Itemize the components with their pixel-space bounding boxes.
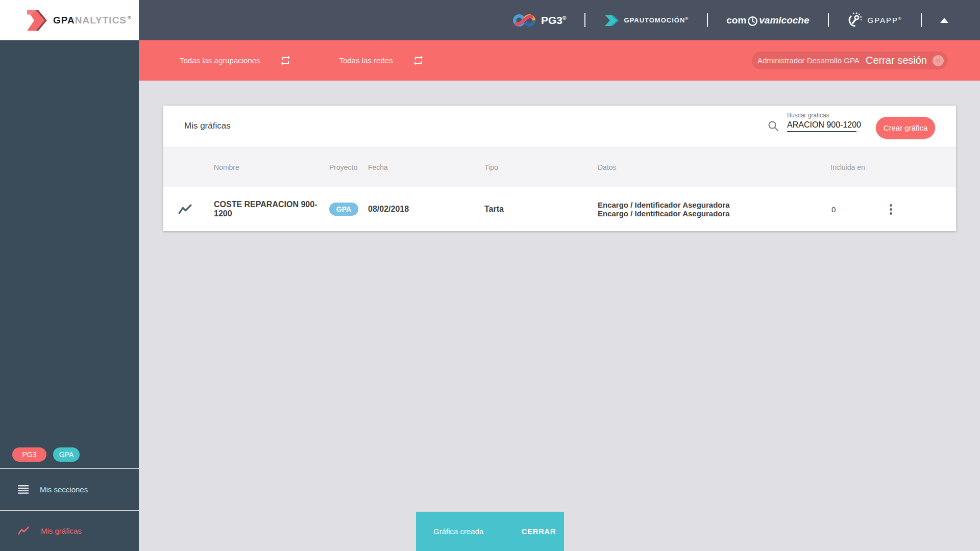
row-datos: Encargo / Identificador Aseguradora Enca…: [598, 201, 830, 218]
gpautomocion-arrow-icon: [604, 13, 619, 28]
sidebar-item-mis-secciones[interactable]: Mis secciones: [0, 468, 139, 510]
chart-type-icon: [163, 204, 214, 215]
comprovamicoche-logo: com vamicoche: [726, 15, 809, 26]
topbar-divider: [707, 13, 708, 27]
pg3-logo: PG3®: [512, 13, 566, 28]
menu-icon: [18, 485, 29, 494]
col-header-incluida: Incluida en: [830, 163, 876, 171]
mis-graficas-card: Mis gráficas Buscar gráficas ARACION 900…: [163, 106, 956, 231]
clock-icon: [747, 16, 758, 27]
col-header-datos: Datos: [598, 163, 830, 171]
logout-close-icon[interactable]: ×: [933, 55, 944, 66]
gpapp-logo: GPAPP®: [847, 12, 902, 28]
line-chart-icon: [17, 526, 30, 536]
sidebar-item-label: Mis secciones: [40, 485, 88, 494]
redes-filter-label[interactable]: Todas las redes: [339, 56, 393, 65]
card-header: Mis gráficas Buscar gráficas ARACION 900…: [163, 106, 956, 147]
col-header-nombre: Nombre: [214, 163, 329, 171]
gpa-badge[interactable]: GPA: [53, 447, 80, 462]
snackbar-message: Gráfica creada: [433, 527, 483, 536]
gpapp-wrench-gauge-icon: [847, 12, 863, 28]
snackbar-close-button[interactable]: CERRAR: [522, 527, 556, 536]
app-logo-text: GPANALYTICS®: [53, 15, 132, 26]
row-fecha: 08/02/2018: [368, 205, 484, 214]
top-bar: PG3® GPAUTOMOCIÓN® com vamicoche: [139, 0, 980, 40]
topbar-divider: [828, 13, 829, 27]
sidebar-item-mis-graficas[interactable]: Mis gráficas: [0, 511, 139, 551]
collapse-arrow-icon[interactable]: [940, 18, 948, 23]
row-tipo: Tarta: [484, 205, 598, 214]
session-pill: Administrador Desarrollo GPA Cerrar sesi…: [752, 52, 948, 69]
topbar-divider: [584, 13, 585, 27]
snackbar: Gráfica creada CERRAR: [416, 512, 564, 551]
user-name-label: Administrador Desarrollo GPA: [757, 56, 860, 65]
topbar-divider: [921, 13, 922, 27]
search-input[interactable]: ARACION 900-1200: [787, 120, 856, 132]
logout-button[interactable]: Cerrar sesión: [866, 55, 927, 66]
agrupaciones-filter-label[interactable]: Todas las agrupaciones: [180, 56, 260, 65]
gpa-analytics-arrow-icon: [23, 8, 47, 33]
app-logo: GPANALYTICS®: [0, 0, 139, 40]
row-incluida-en: 0: [830, 205, 876, 214]
pg3-infinity-icon: [512, 13, 536, 28]
col-header-proyecto: Proyecto: [329, 163, 368, 171]
table-row[interactable]: COSTE REPARACION 900-1200 GPA 08/02/2018…: [163, 187, 956, 231]
sidebar-context-badges: PG3 GPA: [0, 447, 139, 462]
row-proyecto-badge: GPA: [329, 203, 358, 216]
col-header-tipo: Tipo: [484, 163, 598, 171]
gpautomocion-logo: GPAUTOMOCIÓN®: [604, 13, 689, 28]
col-header-fecha: Fecha: [368, 163, 484, 171]
search-field: Buscar gráficas ARACION 900-1200: [787, 112, 856, 132]
row-nombre: COSTE REPARACION 900-1200: [214, 200, 329, 218]
swap-redes-icon[interactable]: [412, 55, 424, 66]
search-icon[interactable]: [767, 120, 779, 132]
swap-agrupaciones-icon[interactable]: [280, 55, 291, 66]
row-menu-kebab-icon[interactable]: [890, 204, 893, 215]
search-label: Buscar gráficas: [787, 112, 856, 119]
table-header: Nombre Proyecto Fecha Tipo Datos Incluid…: [163, 147, 956, 187]
filter-bar: Todas las agrupaciones Todas las redes A…: [139, 40, 980, 81]
sidebar: GPANALYTICS® PG3 GPA Mis secciones Mis g…: [0, 0, 139, 551]
page-title: Mis gráficas: [184, 121, 231, 131]
create-chart-button[interactable]: Crear gráfica: [876, 117, 935, 139]
sidebar-item-label: Mis gráficas: [41, 527, 82, 535]
pg3-badge[interactable]: PG3: [12, 447, 46, 462]
